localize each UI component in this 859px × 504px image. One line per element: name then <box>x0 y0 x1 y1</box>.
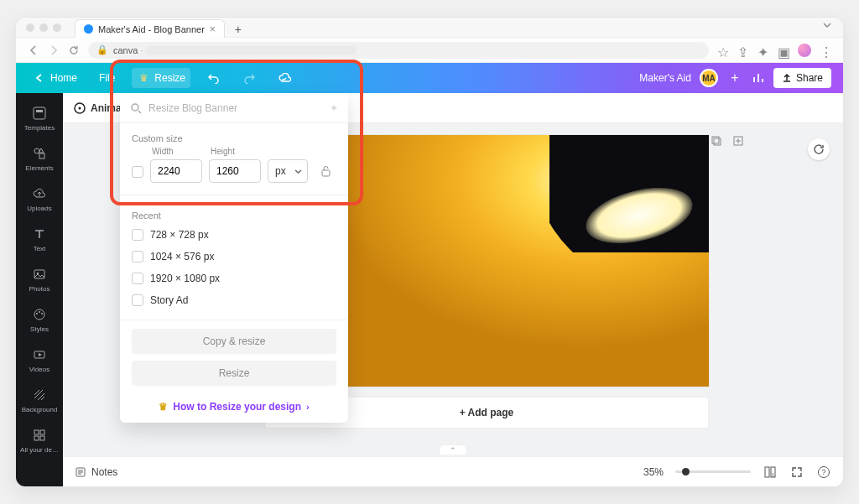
styles-icon <box>31 306 48 323</box>
svg-rect-17 <box>712 137 719 143</box>
notes-button[interactable]: Notes <box>75 466 117 478</box>
svg-point-8 <box>39 311 40 313</box>
nav-back-canva[interactable]: Home <box>28 68 82 88</box>
share-button[interactable]: Share <box>773 68 831 88</box>
svg-rect-3 <box>39 153 44 158</box>
recent-label: Story Ad <box>150 294 188 306</box>
fullscreen-icon[interactable] <box>789 465 804 480</box>
insights-icon[interactable] <box>752 71 765 85</box>
save-icon[interactable]: ▣ <box>778 44 789 56</box>
zoom-value: 35% <box>643 466 664 478</box>
traffic-light-min[interactable] <box>39 23 48 32</box>
height-label: Height <box>211 147 261 156</box>
file-label: File <box>99 72 115 84</box>
width-input[interactable] <box>150 159 202 183</box>
svg-rect-12 <box>40 430 44 434</box>
checkbox-icon[interactable] <box>132 273 143 284</box>
notes-label: Notes <box>91 466 117 478</box>
bottom-bar: Notes 35% 1 ? <box>63 456 843 486</box>
tab-title: Maker's Aid - Blog Banner <box>98 24 205 34</box>
svg-rect-27 <box>322 170 330 176</box>
height-input[interactable] <box>209 159 261 183</box>
canva-topbar: Home File ♛ Resize Maker's Aid MA + <box>16 63 843 93</box>
sidebar-item-videos[interactable]: Videos <box>16 340 63 380</box>
team-badge[interactable]: MA <box>700 69 718 87</box>
unit-select[interactable]: px <box>268 159 308 183</box>
undo-button[interactable] <box>202 68 226 88</box>
elements-icon <box>31 145 48 162</box>
apps-icon <box>31 427 48 444</box>
brand-name[interactable]: Maker's Aid <box>639 72 691 84</box>
traffic-light-close[interactable] <box>26 23 34 32</box>
recent-heading: Recent <box>120 200 348 224</box>
lock-icon: 🔒 <box>96 44 108 55</box>
sidebar-item-elements[interactable]: Elements <box>16 138 63 179</box>
videos-icon <box>31 346 48 363</box>
navbar-right: ☆ ⇪ ✦ ▣ ⋮ <box>717 44 831 57</box>
redo-button[interactable] <box>237 68 261 88</box>
copy-resize-button[interactable]: Copy & resize <box>132 329 336 354</box>
sidebar-item-templates[interactable]: Templates <box>16 98 63 138</box>
url-bar[interactable]: 🔒 canva · <box>88 42 709 59</box>
svg-rect-1 <box>36 110 43 112</box>
share-icon[interactable]: ⇪ <box>737 44 749 56</box>
resize-button-label: Resize <box>219 367 250 379</box>
sidebar-item-uploads[interactable]: Uploads <box>16 179 63 219</box>
zoom-slider[interactable] <box>675 470 751 473</box>
sidebar-item-photos[interactable]: Photos <box>16 259 63 299</box>
extensions-icon[interactable]: ✦ <box>757 44 769 56</box>
bookmark-icon[interactable]: ☆ <box>717 44 729 56</box>
nav-forward-icon[interactable] <box>48 44 60 56</box>
page-tray-handle[interactable]: ⌃ <box>439 444 467 455</box>
svg-point-6 <box>34 309 44 320</box>
resize-search-input[interactable] <box>148 102 323 114</box>
profile-avatar-icon[interactable] <box>798 44 811 57</box>
tabbar-dropdown-icon[interactable] <box>823 21 831 29</box>
kebab-menu-icon[interactable]: ⋮ <box>820 44 831 56</box>
redo-icon <box>242 71 256 85</box>
left-sidebar: Templates Elements Uploads Text Photos S… <box>16 93 63 486</box>
checkbox-icon[interactable] <box>132 229 143 241</box>
sidebar-item-text[interactable]: Text <box>16 219 63 259</box>
tab-close-icon[interactable]: × <box>210 23 216 35</box>
crown-icon: ♛ <box>137 71 150 85</box>
chevron-down-icon <box>294 168 302 175</box>
recent-item[interactable]: 1920 × 1080 px <box>132 268 336 289</box>
cloud-status[interactable] <box>273 68 296 88</box>
browser-tab[interactable]: Maker's Aid - Blog Banner × <box>75 19 225 38</box>
duplicate-page-icon[interactable] <box>709 133 724 148</box>
sidebar-item-all[interactable]: All your de… <box>16 420 63 460</box>
clear-icon[interactable]: ✦ <box>330 102 338 114</box>
sidebar-item-styles[interactable]: Styles <box>16 299 63 340</box>
recent-item[interactable]: Story Ad <box>132 289 336 311</box>
resize-button[interactable]: Resize <box>132 361 336 386</box>
custom-size-heading: Custom size <box>120 123 348 147</box>
svg-rect-13 <box>34 436 39 440</box>
file-menu[interactable]: File <box>94 69 120 87</box>
nav-back-icon[interactable] <box>28 44 39 56</box>
new-tab-button[interactable]: + <box>230 21 247 38</box>
unit-value: px <box>275 165 286 177</box>
canvas-refresh-button[interactable] <box>808 138 830 160</box>
cloud-check-icon <box>278 71 291 85</box>
sidebar-item-background[interactable]: Background <box>16 380 63 420</box>
uploads-icon <box>31 185 48 202</box>
grid-view-icon[interactable]: 1 <box>763 465 778 480</box>
lock-aspect-button[interactable] <box>315 159 336 183</box>
checkbox-icon[interactable] <box>132 251 143 262</box>
share-label: Share <box>796 72 823 84</box>
svg-text:1: 1 <box>772 472 775 477</box>
resize-menu[interactable]: ♛ Resize <box>132 68 190 88</box>
recent-item[interactable]: 728 × 728 px <box>132 224 336 246</box>
checkbox-icon[interactable] <box>132 294 143 306</box>
how-to-link[interactable]: ♛ How to Resize your design › <box>120 394 348 423</box>
recent-item[interactable]: 1024 × 576 px <box>132 246 336 268</box>
nav-reload-icon[interactable] <box>68 44 80 56</box>
custom-size-checkbox[interactable] <box>132 166 143 178</box>
traffic-light-max[interactable] <box>53 23 61 32</box>
help-icon[interactable]: ? <box>816 465 831 480</box>
add-member-button[interactable]: + <box>726 70 743 86</box>
svg-point-26 <box>132 104 138 111</box>
add-page-icon[interactable] <box>731 133 746 148</box>
sidebar-label: Templates <box>24 124 55 132</box>
